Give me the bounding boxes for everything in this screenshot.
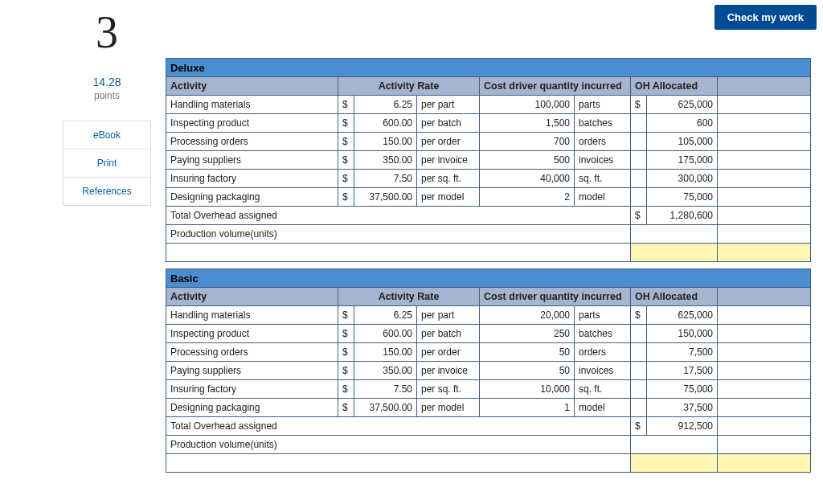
col-driver: Cost driver quantity incurred: [480, 288, 631, 306]
rate-unit-cell: per model: [417, 399, 480, 417]
production-volume-input[interactable]: [631, 225, 718, 244]
qty-cell[interactable]: 40,000: [480, 170, 575, 188]
points-label: points: [63, 90, 151, 101]
alloc-cell[interactable]: 600: [647, 114, 718, 133]
alloc-currency-cell: [631, 343, 647, 362]
total-value-cell[interactable]: 912,500: [647, 417, 718, 436]
alloc-cell[interactable]: 300,000: [647, 170, 718, 188]
rate-cell[interactable]: 350.00: [354, 151, 417, 170]
blank-cell: [718, 417, 811, 436]
table-row: Insuring factory$7.50per sq. ft.10,000sq…: [166, 380, 811, 399]
qty-cell[interactable]: 500: [480, 151, 575, 170]
table-row: Insuring factory$7.50per sq. ft.40,000sq…: [166, 170, 811, 188]
alloc-currency-cell: [631, 380, 647, 399]
alloc-currency-cell: $: [631, 96, 647, 114]
alloc-cell[interactable]: 625,000: [647, 96, 718, 114]
production-volume-row: Production volume(units): [166, 436, 811, 454]
qty-unit-cell: model: [575, 188, 631, 207]
production-volume-input[interactable]: [631, 436, 718, 454]
rate-cell[interactable]: 600.00: [354, 114, 417, 133]
table-row: Processing orders$150.00per order700orde…: [166, 133, 811, 151]
table-title: Deluxe: [166, 59, 811, 77]
col-rate: Activity Rate: [338, 288, 480, 306]
total-value-cell[interactable]: 1,280,600: [647, 207, 718, 225]
rate-cell[interactable]: 7.50: [354, 170, 417, 188]
resource-links: eBook Print References: [63, 121, 151, 206]
qty-cell[interactable]: 1,500: [480, 114, 575, 133]
qty-cell[interactable]: 50: [480, 343, 575, 362]
rate-cell[interactable]: 150.00: [354, 343, 417, 362]
qty-cell[interactable]: 20,000: [480, 306, 575, 325]
blank-cell: [718, 188, 811, 207]
print-link[interactable]: Print: [63, 150, 150, 178]
rate-cell[interactable]: 37,500.00: [354, 399, 417, 417]
rate-unit-cell: per part: [417, 306, 480, 325]
rate-cell[interactable]: 6.25: [354, 306, 417, 325]
check-my-work-button[interactable]: Check my work: [714, 5, 817, 30]
alloc-currency-cell: [631, 151, 647, 170]
blank-cell: [718, 114, 811, 133]
qty-cell[interactable]: 50: [480, 362, 575, 380]
alloc-cell[interactable]: 150,000: [647, 325, 718, 343]
ebook-link[interactable]: eBook: [63, 121, 150, 150]
rate-cell[interactable]: 6.25: [354, 96, 417, 114]
qty-cell[interactable]: 700: [480, 133, 575, 151]
currency-cell: $: [338, 96, 354, 114]
answer-row: [166, 244, 811, 262]
alloc-currency-cell: [631, 399, 647, 417]
activity-cell: Inspecting product: [166, 114, 338, 133]
col-rate: Activity Rate: [338, 77, 480, 96]
alloc-cell[interactable]: 625,000: [647, 306, 718, 325]
qty-unit-cell: invoices: [575, 151, 631, 170]
qty-unit-cell: parts: [575, 96, 631, 114]
qty-unit-cell: batches: [575, 325, 631, 343]
qty-unit-cell: batches: [575, 114, 631, 133]
rate-unit-cell: per invoice: [417, 151, 480, 170]
alloc-cell[interactable]: 105,000: [647, 133, 718, 151]
answer-cell[interactable]: [631, 244, 718, 262]
alloc-cell[interactable]: 75,000: [647, 188, 718, 207]
total-currency-cell: $: [631, 417, 647, 436]
answer-cell-extra[interactable]: [718, 454, 811, 473]
qty-cell[interactable]: 10,000: [480, 380, 575, 399]
qty-cell[interactable]: 100,000: [480, 96, 575, 114]
rate-unit-cell: per sq. ft.: [417, 380, 480, 399]
answer-cell[interactable]: [631, 454, 718, 473]
rate-unit-cell: per batch: [417, 114, 480, 133]
rate-cell[interactable]: 350.00: [354, 362, 417, 380]
references-link[interactable]: References: [63, 178, 150, 205]
activity-cell: Processing orders: [166, 133, 338, 151]
total-overhead-label: Total Overhead assigned: [166, 207, 631, 225]
rate-cell[interactable]: 37,500.00: [354, 188, 417, 207]
blank-cell: [718, 96, 811, 114]
blank-cell: [718, 343, 811, 362]
qty-unit-cell: model: [575, 399, 631, 417]
production-volume-label: Production volume(units): [166, 436, 631, 454]
qty-cell[interactable]: 2: [480, 188, 575, 207]
rate-unit-cell: per model: [417, 188, 480, 207]
alloc-cell[interactable]: 17,500: [647, 362, 718, 380]
alloc-cell[interactable]: 75,000: [647, 380, 718, 399]
qty-unit-cell: orders: [575, 343, 631, 362]
answer-cell-extra[interactable]: [718, 244, 811, 262]
currency-cell: $: [338, 188, 354, 207]
rate-cell[interactable]: 7.50: [354, 380, 417, 399]
total-overhead-label: Total Overhead assigned: [166, 417, 631, 436]
alloc-cell[interactable]: 175,000: [647, 151, 718, 170]
blank-cell: [718, 380, 811, 399]
alloc-currency-cell: [631, 362, 647, 380]
table-row: Designing packaging$37,500.00per model1m…: [166, 399, 811, 417]
alloc-cell[interactable]: 37,500: [647, 399, 718, 417]
alloc-cell[interactable]: 7,500: [647, 343, 718, 362]
rate-cell[interactable]: 600.00: [354, 325, 417, 343]
alloc-currency-cell: [631, 170, 647, 188]
points-value: 14.28: [63, 76, 151, 88]
qty-cell[interactable]: 1: [480, 399, 575, 417]
total-overhead-row: Total Overhead assigned$912,500: [166, 417, 811, 436]
total-overhead-row: Total Overhead assigned$1,280,600: [166, 207, 811, 225]
activity-cell: Designing packaging: [166, 399, 338, 417]
qty-cell[interactable]: 250: [480, 325, 575, 343]
activity-cell: Designing packaging: [166, 188, 338, 207]
rate-cell[interactable]: 150.00: [354, 133, 417, 151]
col-activity: Activity: [166, 288, 338, 306]
